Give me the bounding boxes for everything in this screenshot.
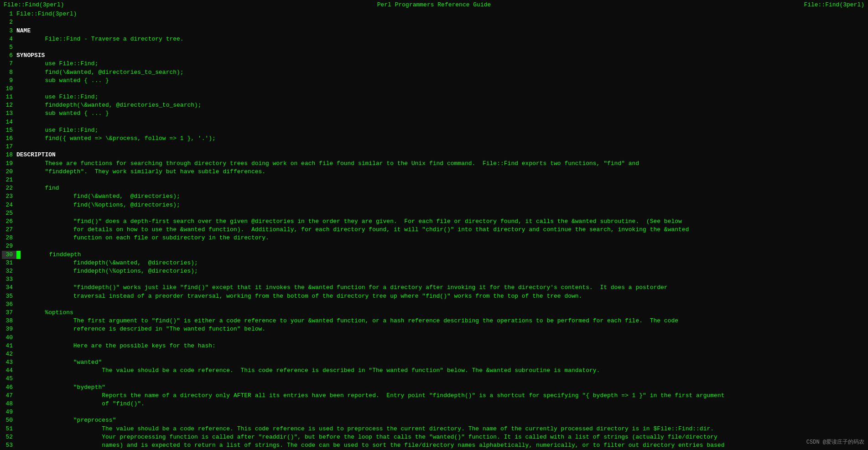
line-29: 29 — [2, 242, 866, 250]
line-text: use File::Find; — [16, 126, 866, 134]
line-number: 22 — [2, 184, 16, 192]
line-number: 23 — [2, 192, 16, 201]
line-4: 4 File::Find - Traverse a directory tree… — [2, 35, 866, 43]
line-number: 12 — [2, 101, 16, 109]
line-text — [16, 18, 866, 26]
line-49: 49 — [2, 408, 866, 416]
line-51: 51 The value should be a code reference.… — [2, 425, 866, 433]
line-text — [16, 143, 866, 151]
line-text: "find()" does a depth-first search over … — [16, 217, 866, 226]
line-number: 5 — [2, 43, 16, 52]
line-text: DESCRIPTION — [16, 151, 866, 159]
line-5: 5 — [2, 43, 866, 52]
line-number: 28 — [2, 234, 16, 242]
line-text: of "find()". — [16, 400, 866, 408]
line-text — [16, 176, 866, 184]
line-text: finddepth(\&wanted, @directories_to_sear… — [16, 101, 866, 109]
line-number: 16 — [2, 134, 16, 143]
line-text — [16, 408, 866, 416]
line-31: 31 finddepth(\&wanted, @directories); — [2, 259, 866, 267]
line-number: 38 — [2, 317, 16, 325]
line-number: 39 — [2, 325, 16, 333]
line-39: 39 reference is described in "The wanted… — [2, 325, 866, 333]
line-text: finddepth(\&wanted, @directories); — [16, 259, 866, 267]
line-number: 35 — [2, 292, 16, 300]
line-18: 18DESCRIPTION — [2, 151, 866, 159]
line-text: find(\&wanted, @directories_to_search); — [16, 68, 866, 77]
line-23: 23 find(\&wanted, @directories); — [2, 192, 866, 201]
line-number: 8 — [2, 68, 16, 77]
line-17: 17 — [2, 143, 866, 151]
line-text: "wanted" — [16, 358, 866, 367]
line-text — [16, 300, 866, 309]
line-7: 7 use File::Find; — [2, 60, 866, 68]
line-number: 30 — [2, 251, 16, 259]
line-text: sub wanted { ... } — [16, 109, 866, 118]
line-text: sub wanted { ... } — [16, 77, 866, 85]
line-number: 20 — [2, 168, 16, 176]
line-text: "preprocess" — [16, 416, 866, 424]
line-number: 9 — [2, 77, 16, 85]
content-area: 1File::Find(3perl)23NAME4 File::Find - T… — [0, 10, 868, 450]
line-number: 33 — [2, 275, 16, 284]
line-number: 14 — [2, 118, 16, 126]
line-text: File::Find - Traverse a directory tree. — [16, 35, 866, 43]
line-number: 6 — [2, 52, 16, 60]
line-number: 42 — [2, 350, 16, 358]
line-number: 10 — [2, 85, 16, 93]
line-24: 24 find(\%options, @directories); — [2, 201, 866, 209]
line-text: NAME — [16, 27, 866, 35]
line-35: 35 traversal instead of a preorder trave… — [2, 292, 866, 300]
line-text: find(\%options, @directories); — [16, 201, 866, 209]
line-number: 3 — [2, 27, 16, 35]
line-number: 49 — [2, 408, 16, 416]
line-number: 24 — [2, 201, 16, 209]
line-number: 11 — [2, 93, 16, 101]
line-text: SYNOPSIS — [16, 52, 866, 60]
line-number: 31 — [2, 259, 16, 267]
line-52: 52 Your preprocessing function is called… — [2, 433, 866, 441]
line-text — [16, 275, 866, 284]
line-number: 4 — [2, 35, 16, 43]
line-text: names) and is expected to return a list … — [16, 441, 866, 450]
line-text: File::Find(3perl) — [16, 10, 866, 18]
line-16: 16 find({ wanted => \&process, follow =>… — [2, 134, 866, 143]
line-number: 37 — [2, 309, 16, 317]
line-text: reference is described in "The wanted fu… — [16, 325, 866, 333]
line-text: %options — [16, 309, 866, 317]
line-number: 50 — [2, 416, 16, 424]
line-26: 26 "find()" does a depth-first search ov… — [2, 217, 866, 226]
line-2: 2 — [2, 18, 866, 26]
line-13: 13 sub wanted { ... } — [2, 109, 866, 118]
line-number: 44 — [2, 367, 16, 375]
line-40: 40 — [2, 334, 866, 342]
line-9: 9 sub wanted { ... } — [2, 77, 866, 85]
line-48: 48 of "find()". — [2, 400, 866, 408]
line-45: 45 — [2, 375, 866, 383]
line-44: 44 The value should be a code reference.… — [2, 367, 866, 375]
line-text: finddepth(\%options, @directories); — [16, 267, 866, 275]
line-number: 45 — [2, 375, 16, 383]
line-text: Reports the name of a directory only AFT… — [16, 392, 866, 400]
header-left: File::Find(3perl) — [4, 1, 219, 9]
line-number: 43 — [2, 358, 16, 367]
line-text: use File::Find; — [16, 60, 866, 68]
line-12: 12 finddepth(\&wanted, @directories_to_s… — [2, 101, 866, 109]
header-bar: File::Find(3perl) Perl Programmers Refer… — [0, 0, 868, 10]
line-19: 19 These are functions for searching thr… — [2, 160, 866, 168]
line-number: 19 — [2, 160, 16, 168]
line-34: 34 "finddepth()" works just like "find()… — [2, 284, 866, 292]
line-text: for details on how to use the &wanted fu… — [16, 226, 866, 234]
line-number: 15 — [2, 126, 16, 134]
line-28: 28 function on each file or subdirectory… — [2, 234, 866, 242]
line-text — [16, 85, 866, 93]
line-number: 27 — [2, 226, 16, 234]
line-text: Your preprocessing function is called af… — [16, 433, 866, 441]
line-21: 21 — [2, 176, 866, 184]
line-text: function on each file or subdirectory in… — [16, 234, 866, 242]
line-number: 53 — [2, 441, 16, 450]
line-text: "bydepth" — [16, 383, 866, 392]
line-number: 7 — [2, 60, 16, 68]
line-32: 32 finddepth(\%options, @directories); — [2, 267, 866, 275]
line-text — [16, 43, 866, 52]
